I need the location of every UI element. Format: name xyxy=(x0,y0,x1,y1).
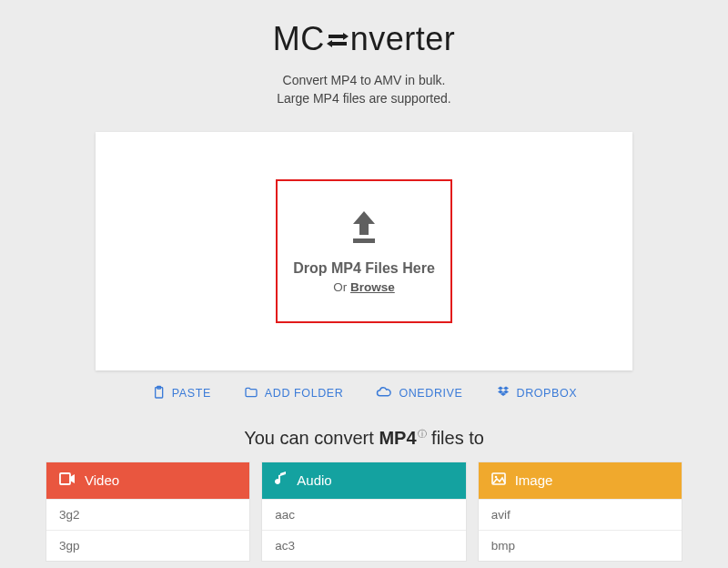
list-item[interactable]: 3gp xyxy=(46,530,249,561)
add-folder-label: ADD FOLDER xyxy=(265,387,344,400)
onedrive-label: ONEDRIVE xyxy=(399,387,462,400)
browse-link[interactable]: Browse xyxy=(350,280,395,294)
folder-icon xyxy=(244,385,258,402)
image-category: Image avif bmp xyxy=(478,462,682,562)
list-item[interactable]: bmp xyxy=(479,530,682,561)
list-item[interactable]: aac xyxy=(262,499,465,530)
convert-suffix: files to xyxy=(427,428,484,448)
list-item[interactable]: ac3 xyxy=(262,530,465,561)
video-label: Video xyxy=(85,472,119,488)
convert-format: MP4 xyxy=(379,428,416,448)
paste-label: PASTE xyxy=(172,387,211,400)
category-row: Video 3g2 3gp Audio aac ac3 Image avif b… xyxy=(46,462,682,562)
cloud-icon xyxy=(376,385,392,402)
audio-category: Audio aac ac3 xyxy=(261,462,466,562)
video-category: Video 3g2 3gp xyxy=(46,462,250,562)
drop-zone[interactable]: Drop MP4 Files Here Or Browse xyxy=(276,179,452,323)
audio-label: Audio xyxy=(297,472,331,488)
dropbox-button[interactable]: DROPBOX xyxy=(496,385,578,402)
drop-or-line: Or Browse xyxy=(333,280,395,294)
add-folder-button[interactable]: ADD FOLDER xyxy=(244,385,344,402)
convert-prefix: You can convert xyxy=(244,428,379,448)
subtitle-line-1: Convert MP4 to AMV in bulk. xyxy=(0,71,728,89)
video-icon xyxy=(59,472,76,488)
list-item[interactable]: 3g2 xyxy=(46,499,249,530)
page-subtitle: Convert MP4 to AMV in bulk. Large MP4 fi… xyxy=(0,71,728,108)
dropbox-icon xyxy=(496,385,511,402)
image-label: Image xyxy=(515,472,553,488)
music-note-icon xyxy=(275,472,288,489)
video-header: Video xyxy=(46,462,249,499)
paste-button[interactable]: PASTE xyxy=(151,385,211,402)
logo-text-left: MC xyxy=(273,20,325,57)
convert-heading: You can convert MP4ⓘ files to xyxy=(0,428,728,449)
image-header: Image xyxy=(479,462,682,499)
svg-rect-0 xyxy=(353,238,375,243)
onedrive-button[interactable]: ONEDRIVE xyxy=(376,385,462,402)
drop-card[interactable]: Drop MP4 Files Here Or Browse xyxy=(96,132,632,370)
dropbox-label: DROPBOX xyxy=(517,387,578,400)
drop-title: Drop MP4 Files Here xyxy=(293,260,435,277)
svg-rect-3 xyxy=(60,473,70,484)
image-icon xyxy=(491,472,506,488)
logo-text-right: nverter xyxy=(350,20,456,57)
swap-icon xyxy=(325,22,350,60)
clipboard-icon xyxy=(151,385,166,402)
audio-header: Audio xyxy=(262,462,465,499)
info-icon[interactable]: ⓘ xyxy=(418,429,427,439)
subtitle-line-2: Large MP4 files are supported. xyxy=(0,89,728,107)
action-row: PASTE ADD FOLDER ONEDRIVE DROPBOX xyxy=(0,385,728,402)
list-item[interactable]: avif xyxy=(479,499,682,530)
app-logo: MCnverter xyxy=(0,0,728,58)
drop-or-text: Or xyxy=(333,280,350,294)
upload-icon xyxy=(344,208,384,251)
